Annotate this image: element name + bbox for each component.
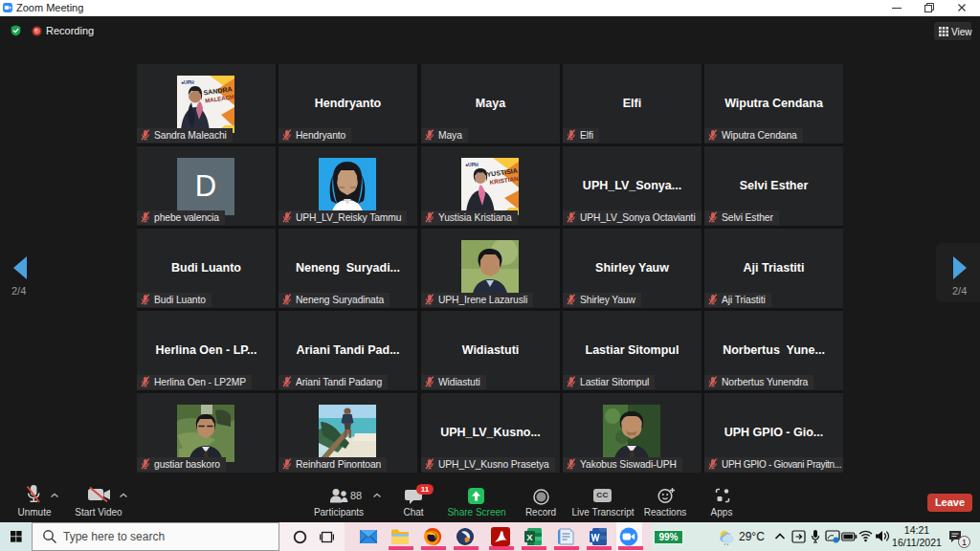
svg-text:●UPH: ●UPH xyxy=(181,79,194,85)
svg-text:X: X xyxy=(526,532,533,542)
svg-text:●UPH: ●UPH xyxy=(465,162,479,167)
